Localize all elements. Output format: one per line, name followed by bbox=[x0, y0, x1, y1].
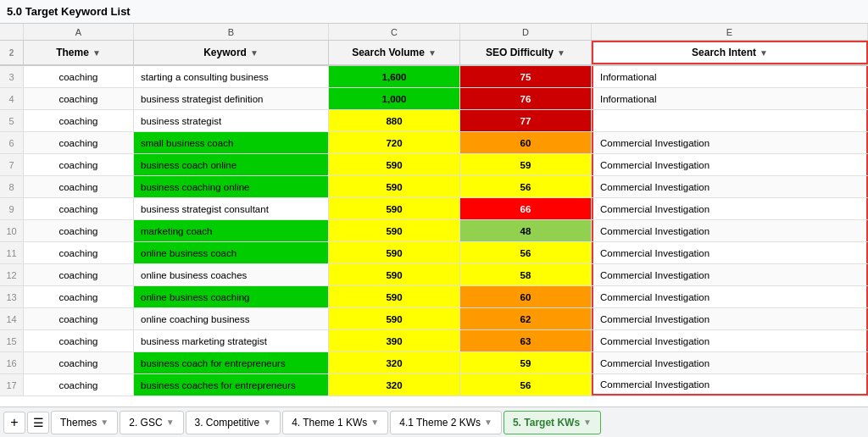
theme-filter-icon[interactable]: ▼ bbox=[92, 48, 101, 58]
theme-cell: coaching bbox=[24, 132, 134, 153]
difficulty-cell: 66 bbox=[460, 198, 592, 219]
keyword-cell[interactable]: online business coach bbox=[134, 242, 329, 263]
add-sheet-button[interactable]: + bbox=[3, 412, 25, 434]
tab-dropdown-icon[interactable]: ▼ bbox=[100, 418, 108, 427]
volume-cell: 590 bbox=[329, 198, 460, 219]
volume-cell: 880 bbox=[329, 110, 460, 131]
row-num: 13 bbox=[0, 286, 24, 307]
theme-cell: coaching bbox=[24, 308, 134, 329]
spreadsheet: 5.0 Target Keyword List A B C D E 2 Them… bbox=[0, 0, 868, 437]
tab-dropdown-icon[interactable]: ▼ bbox=[166, 418, 175, 427]
theme-cell: coaching bbox=[24, 176, 134, 197]
tab-theme1[interactable]: 4. Theme 1 KWs▼ bbox=[282, 411, 388, 434]
keyword-cell[interactable]: small business coach bbox=[134, 132, 329, 153]
table-row[interactable]: 3 coaching starting a consulting busines… bbox=[0, 66, 868, 88]
tab-gsc[interactable]: 2. GSC▼ bbox=[120, 411, 183, 434]
keyword-cell[interactable]: business coaches for entrepreneurs bbox=[134, 374, 329, 396]
difficulty-cell: 60 bbox=[460, 286, 592, 307]
sheet-menu-button[interactable]: ☰ bbox=[27, 412, 49, 434]
keyword-cell[interactable]: business marketing strategist bbox=[134, 330, 329, 351]
difficulty-filter-icon[interactable]: ▼ bbox=[557, 48, 565, 58]
col-difficulty-header[interactable]: SEO Difficulty ▼ bbox=[460, 41, 592, 64]
row-num-header: 2 bbox=[0, 41, 24, 64]
table-row[interactable]: 11 coaching online business coach 590 56… bbox=[0, 242, 868, 264]
row-num: 5 bbox=[0, 110, 24, 131]
table-row[interactable]: 14 coaching online coaching business 590… bbox=[0, 308, 868, 330]
col-b-letter: B bbox=[134, 24, 329, 40]
difficulty-cell: 56 bbox=[460, 242, 592, 263]
theme-cell: coaching bbox=[24, 374, 134, 396]
tab-targetkws[interactable]: 5. Target KWs▼ bbox=[504, 411, 601, 434]
intent-cell: Commercial Investigation bbox=[592, 308, 868, 329]
table-row[interactable]: 8 coaching business coaching online 590 … bbox=[0, 176, 868, 198]
intent-cell: Commercial Investigation bbox=[592, 286, 868, 307]
row-num: 12 bbox=[0, 264, 24, 285]
keyword-cell[interactable]: business strategist bbox=[134, 110, 329, 131]
table-row[interactable]: 13 coaching online business coaching 590… bbox=[0, 286, 868, 308]
intent-cell: Commercial Investigation bbox=[592, 198, 868, 219]
intent-cell bbox=[592, 110, 868, 131]
tab-dropdown-icon[interactable]: ▼ bbox=[484, 418, 492, 427]
theme-cell: coaching bbox=[24, 154, 134, 175]
table-row[interactable]: 16 coaching business coach for entrepren… bbox=[0, 352, 868, 374]
keyword-cell[interactable]: starting a consulting business bbox=[134, 66, 329, 87]
table-row[interactable]: 6 coaching small business coach 720 60 C… bbox=[0, 132, 868, 154]
theme-cell: coaching bbox=[24, 352, 134, 373]
data-rows: 3 coaching starting a consulting busines… bbox=[0, 66, 868, 407]
row-num: 6 bbox=[0, 132, 24, 153]
col-volume-header[interactable]: Search Volume ▼ bbox=[329, 41, 460, 64]
intent-cell: Commercial Investigation bbox=[592, 352, 868, 373]
col-e-letter: E bbox=[592, 24, 868, 40]
keyword-cell[interactable]: marketing coach bbox=[134, 220, 329, 241]
tab-dropdown-icon[interactable]: ▼ bbox=[263, 418, 271, 427]
table-row[interactable]: 7 coaching business coach online 590 59 … bbox=[0, 154, 868, 176]
tab-dropdown-icon[interactable]: ▼ bbox=[370, 418, 379, 427]
col-intent-header[interactable]: Search Intent ▼ bbox=[592, 41, 868, 64]
intent-cell: Commercial Investigation bbox=[592, 264, 868, 285]
keyword-cell[interactable]: business strategist definition bbox=[134, 88, 329, 109]
intent-filter-icon[interactable]: ▼ bbox=[760, 48, 768, 58]
keyword-cell[interactable]: business coach for entrepreneurs bbox=[134, 352, 329, 373]
table-row[interactable]: 15 coaching business marketing strategis… bbox=[0, 330, 868, 352]
table-row[interactable]: 9 coaching business strategist consultan… bbox=[0, 198, 868, 220]
row-num: 7 bbox=[0, 154, 24, 175]
tab-themes[interactable]: Themes▼ bbox=[51, 411, 118, 434]
keyword-cell[interactable]: online business coaches bbox=[134, 264, 329, 285]
volume-cell: 390 bbox=[329, 330, 460, 351]
theme-cell: coaching bbox=[24, 198, 134, 219]
tab-theme2[interactable]: 4.1 Theme 2 KWs▼ bbox=[390, 411, 502, 434]
row-num: 15 bbox=[0, 330, 24, 351]
keyword-cell[interactable]: online coaching business bbox=[134, 308, 329, 329]
row-num: 3 bbox=[0, 66, 24, 87]
tab-competitive[interactable]: 3. Competitive▼ bbox=[186, 411, 281, 434]
keyword-cell[interactable]: online business coaching bbox=[134, 286, 329, 307]
row-num: 9 bbox=[0, 198, 24, 219]
table-row[interactable]: 4 coaching business strategist definitio… bbox=[0, 88, 868, 110]
intent-cell: Commercial Investigation bbox=[592, 154, 868, 175]
difficulty-cell: 59 bbox=[460, 352, 592, 373]
table-row[interactable]: 10 coaching marketing coach 590 48 Comme… bbox=[0, 220, 868, 242]
difficulty-cell: 56 bbox=[460, 176, 592, 197]
col-theme-header[interactable]: Theme ▼ bbox=[24, 41, 134, 64]
difficulty-cell: 56 bbox=[460, 374, 592, 396]
col-keyword-header[interactable]: Keyword ▼ bbox=[134, 41, 329, 64]
volume-cell: 590 bbox=[329, 220, 460, 241]
keyword-cell[interactable]: business coach online bbox=[134, 154, 329, 175]
difficulty-cell: 58 bbox=[460, 264, 592, 285]
tab-dropdown-icon[interactable]: ▼ bbox=[583, 418, 592, 427]
row-num: 10 bbox=[0, 220, 24, 241]
row-num: 17 bbox=[0, 374, 24, 396]
table-row[interactable]: 12 coaching online business coaches 590 … bbox=[0, 264, 868, 286]
table-row[interactable]: 17 coaching business coaches for entrepr… bbox=[0, 374, 868, 396]
volume-filter-icon[interactable]: ▼ bbox=[428, 48, 437, 58]
col-num-letter bbox=[0, 24, 24, 40]
intent-cell: Informational bbox=[592, 88, 868, 109]
volume-cell: 590 bbox=[329, 286, 460, 307]
row-num: 8 bbox=[0, 176, 24, 197]
keyword-filter-icon[interactable]: ▼ bbox=[250, 48, 259, 58]
keyword-cell[interactable]: business coaching online bbox=[134, 176, 329, 197]
spreadsheet-title: 5.0 Target Keyword List bbox=[7, 5, 131, 18]
difficulty-cell: 77 bbox=[460, 110, 592, 131]
table-row[interactable]: 5 coaching business strategist 880 77 bbox=[0, 110, 868, 132]
keyword-cell[interactable]: business strategist consultant bbox=[134, 198, 329, 219]
